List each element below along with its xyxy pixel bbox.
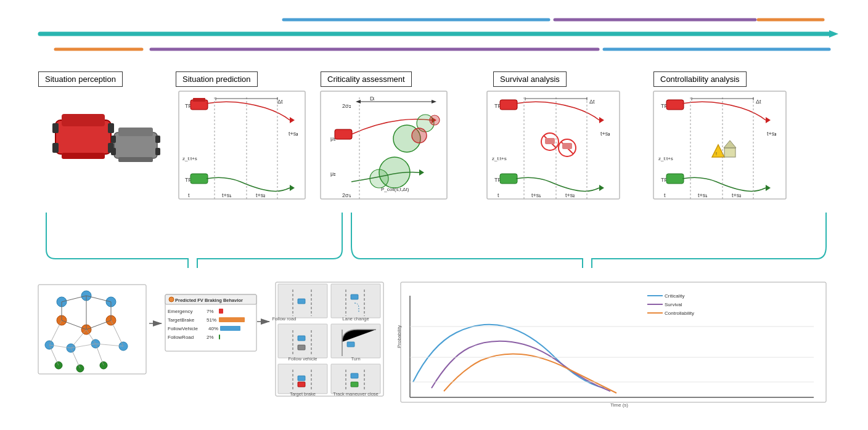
svg-rect-21	[193, 98, 205, 102]
svg-text:Turn: Turn	[351, 356, 360, 362]
svg-rect-66	[500, 174, 517, 184]
svg-text:z_t:t+s: z_t:t+s	[182, 156, 197, 161]
svg-text:Target brake: Target brake	[290, 391, 316, 397]
svg-rect-11	[653, 91, 786, 199]
svg-text:t: t	[664, 192, 666, 198]
svg-rect-97	[62, 114, 105, 126]
svg-text:Predicted FV Braking Behavior: Predicted FV Braking Behavior	[175, 298, 243, 303]
svg-marker-4	[829, 30, 838, 38]
svg-rect-65	[562, 143, 572, 149]
svg-rect-164	[331, 284, 380, 318]
svg-text:μ₂: μ₂	[330, 171, 336, 177]
svg-marker-48	[432, 100, 436, 103]
svg-rect-101	[108, 123, 114, 133]
stage-survival-label: Survival analysis	[500, 75, 560, 84]
svg-marker-83	[766, 117, 771, 123]
svg-point-145	[169, 297, 174, 302]
svg-line-64	[561, 142, 573, 154]
svg-line-122	[62, 320, 86, 330]
stage-prediction-label: Situation prediction	[182, 75, 251, 84]
svg-line-134	[96, 344, 123, 346]
svg-text:P_coll(s;t,Δt): P_coll(s;t,Δt)	[381, 187, 409, 192]
main-container: TP2 Δt t+s₃ TP1 t t+s₁ t+s₂ z_t:t+s	[0, 0, 868, 430]
svg-point-135	[55, 362, 62, 369]
svg-text:Δt: Δt	[589, 99, 595, 105]
svg-point-114	[57, 315, 67, 325]
svg-marker-67	[599, 185, 604, 191]
svg-rect-194	[401, 282, 826, 402]
svg-text:Dᵢ: Dᵢ	[370, 95, 375, 102]
svg-point-41	[412, 128, 427, 143]
svg-rect-193	[351, 382, 358, 387]
svg-text:Lane change: Lane change	[342, 316, 369, 322]
svg-point-125	[67, 344, 75, 352]
svg-line-131	[111, 320, 123, 346]
svg-text:FollowVehicle: FollowVehicle	[168, 326, 198, 331]
svg-rect-96	[55, 120, 111, 154]
svg-rect-104	[118, 128, 153, 136]
svg-marker-89	[766, 185, 771, 191]
svg-marker-49	[356, 100, 361, 103]
timeline-svg: TP2 Δt t+s₃ TP1 t t+s₁ t+s₂ z_t:t+s	[0, 0, 868, 430]
svg-rect-158	[219, 335, 220, 339]
svg-point-124	[45, 341, 54, 349]
svg-marker-141	[153, 320, 162, 327]
svg-line-132	[49, 345, 71, 348]
svg-text:TP1: TP1	[494, 177, 505, 183]
svg-text:t: t	[497, 192, 499, 198]
svg-text:t+s₃: t+s₃	[600, 131, 610, 137]
svg-rect-166	[278, 324, 327, 358]
svg-text:TP2: TP2	[661, 103, 671, 109]
svg-rect-107	[111, 148, 116, 155]
svg-marker-59	[599, 117, 604, 123]
svg-text:!: !	[716, 152, 717, 156]
svg-text:Δt: Δt	[277, 99, 283, 105]
svg-point-112	[81, 291, 91, 301]
svg-text:TargetBrake: TargetBrake	[168, 317, 195, 323]
svg-marker-23	[290, 117, 295, 123]
svg-marker-84	[712, 145, 724, 157]
svg-text:7%: 7%	[207, 309, 214, 314]
svg-text:TP1: TP1	[661, 177, 671, 183]
svg-line-129	[71, 330, 86, 348]
svg-point-127	[119, 342, 128, 351]
svg-rect-182	[298, 336, 305, 341]
svg-rect-170	[278, 364, 327, 394]
svg-rect-161	[276, 282, 383, 396]
svg-rect-189	[298, 382, 305, 387]
svg-text:2%: 2%	[207, 335, 214, 340]
stage-prediction: Situation prediction	[176, 71, 258, 87]
svg-rect-179	[351, 294, 358, 299]
svg-rect-162	[278, 284, 327, 318]
svg-rect-88	[666, 174, 684, 184]
svg-text:t+s₂: t+s₂	[565, 192, 575, 198]
svg-rect-144	[165, 294, 256, 304]
svg-marker-159	[261, 318, 270, 325]
svg-rect-183	[298, 345, 305, 350]
svg-text:51%: 51%	[207, 317, 216, 323]
svg-point-116	[106, 315, 116, 325]
svg-line-130	[86, 330, 96, 344]
svg-marker-45	[419, 169, 424, 176]
svg-text:t+s₂: t+s₂	[732, 192, 742, 198]
svg-text:Survival: Survival	[665, 302, 682, 307]
svg-line-138	[49, 345, 59, 365]
svg-rect-108	[155, 136, 160, 143]
svg-text:Follow vehicle: Follow vehicle	[288, 356, 317, 362]
svg-rect-192	[351, 373, 358, 378]
svg-rect-8	[179, 91, 305, 199]
svg-rect-9	[321, 91, 447, 199]
stage-controllability-label: Controllability analysis	[660, 75, 740, 84]
svg-rect-143	[165, 294, 256, 351]
svg-rect-103	[114, 132, 157, 158]
svg-line-118	[86, 296, 111, 302]
svg-text:2σ₁: 2σ₁	[342, 192, 351, 198]
svg-marker-87	[724, 140, 736, 148]
svg-rect-176	[298, 299, 305, 304]
svg-text:t+s₃: t+s₃	[289, 131, 298, 137]
svg-line-123	[86, 320, 111, 330]
svg-rect-102	[108, 143, 114, 153]
svg-text:t: t	[188, 192, 190, 198]
svg-text:FollowRoad: FollowRoad	[168, 335, 194, 340]
svg-rect-37	[335, 129, 352, 139]
